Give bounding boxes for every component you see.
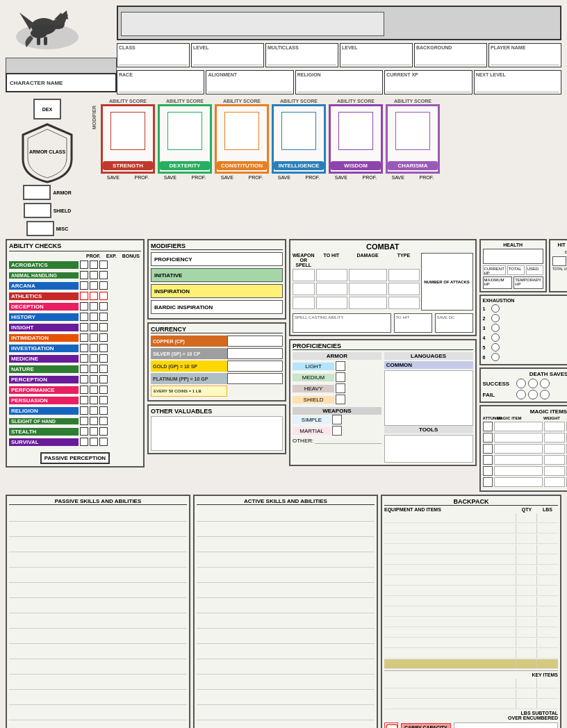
current-xp-value[interactable]: [386, 84, 470, 92]
alignment-value[interactable]: [208, 84, 291, 92]
dex-big-box[interactable]: DEXTERITY: [158, 104, 212, 174]
performance-bonus-check[interactable]: [99, 386, 108, 394]
exhaustion-circle-3[interactable]: [491, 324, 500, 332]
history-bonus-check[interactable]: [99, 313, 108, 321]
proficiency-item[interactable]: PROFICIENCY: [151, 252, 283, 266]
copper-input[interactable]: [227, 336, 283, 347]
multiclass-value[interactable]: [268, 57, 336, 65]
equip-row-12[interactable]: [384, 628, 558, 638]
magic-name-1[interactable]: [494, 422, 543, 431]
silver-input[interactable]: [227, 348, 283, 359]
con-big-box[interactable]: CONSTITUTION: [215, 104, 269, 174]
success-circle-1[interactable]: [516, 379, 526, 388]
magic-attune-4[interactable]: [483, 455, 493, 465]
to-hit-1[interactable]: [316, 269, 347, 281]
stealth-prof-check[interactable]: [80, 427, 88, 436]
equip-row-11[interactable]: [384, 618, 558, 627]
intimidation-bonus-check[interactable]: [99, 333, 108, 342]
equip-row-8[interactable]: [384, 586, 558, 596]
persuasion-bonus-check[interactable]: [99, 396, 108, 404]
acrobatics-prof-check[interactable]: [80, 260, 88, 269]
insight-exp-check[interactable]: [90, 323, 98, 331]
equip-row-5[interactable]: [384, 555, 558, 565]
fail-circle-3[interactable]: [540, 390, 550, 399]
class-field[interactable]: CLASS: [117, 43, 190, 67]
equip-row-7[interactable]: [384, 576, 558, 586]
magic-weight-3[interactable]: [544, 444, 565, 454]
race-value[interactable]: [119, 84, 202, 92]
investigation-bonus-check[interactable]: [99, 344, 108, 352]
current-hp-big[interactable]: [483, 249, 543, 264]
alignment-field[interactable]: ALIGNMENT: [206, 70, 293, 94]
str-big-box[interactable]: STRENGTH: [101, 104, 155, 174]
save-dc-field[interactable]: SAVE DC: [435, 313, 473, 333]
other-valuables-area[interactable]: [151, 416, 283, 451]
religion-exp-check[interactable]: [90, 406, 98, 415]
performance-prof-check[interactable]: [80, 386, 88, 394]
key-row-2[interactable]: [384, 689, 558, 699]
equip-row-2[interactable]: [384, 524, 558, 533]
key-row-1[interactable]: [384, 679, 558, 688]
equip-row-6[interactable]: [384, 565, 558, 575]
gold-input[interactable]: [227, 361, 283, 372]
success-circle-2[interactable]: [528, 379, 538, 388]
stealth-exp-check[interactable]: [90, 427, 98, 436]
exhaustion-circle-2[interactable]: [491, 314, 500, 322]
dex-box[interactable]: DEX: [33, 99, 61, 119]
insight-bonus-check[interactable]: [99, 323, 108, 331]
fail-circle-2[interactable]: [528, 390, 538, 399]
int-score-input[interactable]: [281, 112, 316, 150]
fail-circle-1[interactable]: [516, 390, 526, 399]
perception-prof-check[interactable]: [80, 375, 88, 383]
magic-weight-6[interactable]: [544, 477, 565, 487]
next-level-value[interactable]: [476, 84, 559, 92]
type-3[interactable]: [388, 297, 420, 309]
tools-area[interactable]: [384, 435, 473, 463]
religion-value[interactable]: [297, 84, 381, 92]
wis-score-input[interactable]: [338, 112, 373, 150]
perception-bonus-check[interactable]: [99, 375, 108, 383]
hit-die-total[interactable]: [552, 256, 566, 266]
carry-capacity-value[interactable]: [454, 722, 558, 728]
religion-prof-check[interactable]: [80, 406, 88, 415]
investigation-exp-check[interactable]: [90, 344, 98, 352]
martial-check[interactable]: [332, 426, 342, 436]
armor-heavy-check[interactable]: [336, 383, 345, 393]
damage-2[interactable]: [349, 283, 387, 295]
bardic-inspiration-item[interactable]: BARDIC INSPIRATION: [151, 300, 283, 314]
platinum-input[interactable]: [227, 373, 283, 384]
equip-row-9[interactable]: [384, 597, 558, 606]
nature-prof-check[interactable]: [80, 365, 88, 373]
magic-weight-1[interactable]: [544, 422, 565, 431]
other-weapon-input[interactable]: [315, 437, 381, 444]
persuasion-prof-check[interactable]: [80, 396, 88, 404]
race-field[interactable]: RACE: [117, 70, 204, 94]
sleight-exp-check[interactable]: [90, 417, 98, 425]
medicine-prof-check[interactable]: [80, 354, 88, 363]
passive-skills-area[interactable]: [9, 506, 187, 728]
multiclass-level-value[interactable]: [342, 57, 411, 65]
exhaustion-circle-1[interactable]: [491, 304, 500, 313]
equip-row-15[interactable]: [384, 659, 558, 669]
deception-prof-check[interactable]: [80, 302, 88, 311]
exhaustion-circle-5[interactable]: [491, 343, 500, 351]
acrobatics-bonus-check[interactable]: [99, 260, 108, 269]
success-circle-3[interactable]: [540, 379, 550, 388]
arcana-prof-check[interactable]: [80, 281, 88, 290]
intimidation-exp-check[interactable]: [90, 333, 98, 342]
initiative-item[interactable]: INITIATIVE: [151, 268, 283, 282]
animal-handling-exp-check[interactable]: [90, 271, 98, 279]
simple-check[interactable]: [332, 415, 342, 424]
history-prof-check[interactable]: [80, 313, 88, 321]
arcana-exp-check[interactable]: [90, 281, 98, 290]
number-of-attacks-box[interactable]: NUMBER OF ATTACKS: [421, 253, 473, 311]
to-hit-2[interactable]: [316, 283, 347, 295]
magic-attune-3[interactable]: [483, 444, 493, 454]
background-value[interactable]: [416, 57, 485, 65]
weapon-3[interactable]: [293, 297, 315, 309]
languages-area[interactable]: [384, 370, 473, 426]
equip-row-3[interactable]: [384, 534, 558, 544]
magic-name-3[interactable]: [494, 444, 543, 454]
armor-light-check[interactable]: [336, 361, 345, 371]
intimidation-prof-check[interactable]: [80, 333, 88, 342]
